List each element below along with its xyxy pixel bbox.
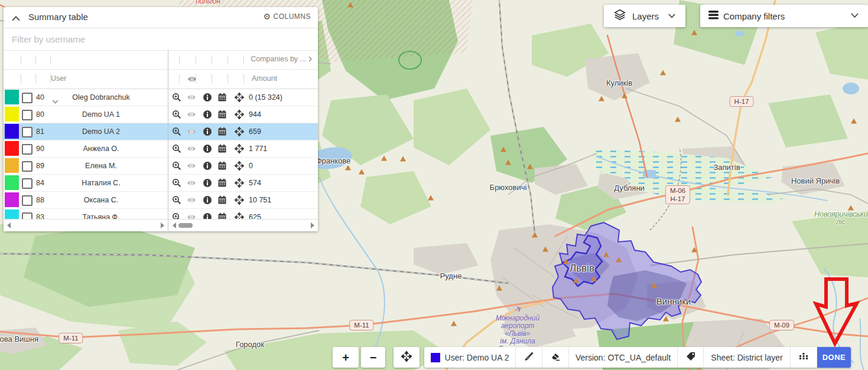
table-row[interactable]: 80 Demo UA 1 944 — [4, 106, 318, 123]
map-place-label: Запитів — [713, 163, 740, 172]
table-row[interactable]: 88 Оксана С. 10 751 — [4, 192, 318, 209]
map-triangle-marker — [505, 160, 511, 165]
eraser-tool-button[interactable] — [542, 347, 568, 368]
road-badge: М-09 — [769, 320, 794, 330]
filter-by-username-input[interactable] — [11, 34, 311, 45]
row-checkbox[interactable] — [22, 178, 32, 189]
move-to-icon[interactable] — [235, 110, 244, 119]
map-place-label: Винники — [656, 296, 691, 306]
move-to-icon[interactable] — [235, 127, 244, 136]
version-label: Version: OTC_UA_default — [576, 353, 671, 362]
eye-icon[interactable] — [187, 110, 196, 119]
row-amount: 574 — [249, 179, 261, 187]
version-selector[interactable]: Version: OTC_UA_default — [568, 347, 677, 368]
row-checkbox[interactable] — [22, 127, 32, 137]
calendar-icon[interactable] — [217, 195, 227, 205]
row-username: Oleg Dobranchuk — [57, 93, 145, 101]
right-scrollbar-thumb[interactable] — [178, 223, 193, 228]
road-badge: М-11 — [58, 333, 83, 343]
row-checkbox[interactable] — [22, 93, 32, 103]
row-id: 88 — [36, 196, 44, 204]
calendar-icon[interactable] — [217, 127, 227, 136]
company-filters-panel[interactable]: Company filters — [700, 5, 868, 27]
row-checkbox[interactable] — [22, 144, 32, 155]
left-scroll-arrow-right-icon[interactable] — [161, 222, 164, 228]
dot-columns-icon — [799, 352, 808, 362]
eye-icon[interactable] — [187, 93, 196, 102]
zoom-in-icon[interactable] — [172, 144, 181, 153]
companies-by-column-header[interactable]: Companies by ... — [251, 55, 312, 63]
chevron-down-icon — [851, 13, 859, 18]
zoom-in-icon[interactable] — [172, 127, 181, 136]
map-triangle-marker — [591, 276, 597, 281]
zoom-out-button[interactable]: − — [361, 347, 385, 368]
eraser-icon — [550, 351, 561, 364]
pan-move-button[interactable] — [394, 347, 420, 368]
zoom-in-icon[interactable] — [172, 93, 181, 102]
collapse-chevron-up-icon[interactable] — [12, 13, 20, 24]
stats-grid-button[interactable] — [790, 347, 817, 368]
move-to-icon[interactable] — [235, 178, 244, 188]
road-badge: М-06Н-17 — [665, 185, 690, 204]
row-checkbox[interactable] — [22, 161, 32, 172]
brush-tool-button[interactable] — [515, 347, 542, 368]
left-scroll-arrow-left-icon[interactable] — [7, 222, 11, 228]
layers-button[interactable]: Layers — [604, 5, 685, 27]
info-icon[interactable] — [203, 195, 212, 205]
zoom-in-icon[interactable] — [172, 161, 181, 171]
columns-button[interactable]: ⚙ COLUMNS — [263, 12, 311, 21]
sheet-selector[interactable]: Sheet: District layer — [703, 347, 790, 368]
info-icon[interactable] — [203, 127, 212, 136]
table-row[interactable]: 89 Елена М. 0 — [4, 158, 318, 175]
table-row[interactable]: 81 Demo UA 2 659 — [4, 123, 318, 140]
zoom-in-icon[interactable] — [172, 178, 181, 188]
calendar-icon[interactable] — [217, 93, 227, 102]
map-triangle-marker — [381, 156, 387, 161]
brush-icon — [524, 351, 534, 364]
move-to-icon[interactable] — [235, 93, 244, 102]
eye-icon[interactable] — [187, 178, 196, 188]
move-to-icon[interactable] — [235, 161, 244, 171]
info-icon[interactable] — [203, 161, 212, 171]
row-checkbox[interactable] — [22, 195, 32, 206]
done-button[interactable]: DONE — [817, 347, 851, 368]
eye-icon[interactable] — [187, 195, 196, 205]
zoom-in-button[interactable]: + — [333, 347, 359, 368]
eye-icon[interactable] — [187, 144, 196, 153]
info-icon[interactable] — [203, 178, 212, 188]
map-triangle-marker — [451, 321, 457, 326]
right-scroll-arrow-left-icon[interactable] — [173, 222, 176, 228]
right-scroll-arrow-right-icon[interactable] — [311, 222, 314, 228]
map-triangle-marker — [622, 93, 628, 99]
calendar-icon[interactable] — [217, 161, 227, 171]
zoom-out-label: − — [370, 352, 377, 364]
table-row[interactable]: 84 Наталия С. 574 — [4, 175, 318, 192]
map-place-label: Куликів — [606, 78, 632, 87]
done-button-label: DONE — [823, 353, 846, 362]
active-user-section[interactable]: User: Demo UA 2 — [424, 347, 515, 368]
zoom-in-icon[interactable] — [172, 110, 181, 119]
move-to-icon[interactable] — [235, 195, 244, 205]
table-row[interactable]: 90 Анжела О. 1 771 — [4, 140, 318, 158]
map-triangle-marker — [675, 117, 681, 122]
calendar-icon[interactable] — [217, 144, 227, 153]
calendar-icon[interactable] — [217, 178, 227, 188]
info-icon[interactable] — [203, 93, 212, 102]
companies-by-label: Companies by ... — [251, 55, 306, 63]
zoom-in-icon[interactable] — [172, 195, 181, 205]
eye-icon[interactable] — [187, 161, 196, 171]
map-triangle-marker — [527, 164, 533, 169]
filter-row — [4, 28, 318, 51]
table-row[interactable]: 40 Oleg Dobranchuk 0 (15 324) — [4, 89, 318, 106]
eye-icon[interactable] — [187, 127, 196, 136]
map-place-label: Городок — [236, 340, 264, 349]
table-scrollbars — [4, 219, 318, 231]
info-icon[interactable] — [203, 110, 212, 119]
map-place-label: Франкове — [316, 156, 351, 165]
move-to-icon[interactable] — [235, 144, 244, 153]
tags-button[interactable] — [677, 347, 703, 368]
row-checkbox[interactable] — [22, 110, 32, 120]
row-color-swatch — [5, 192, 19, 207]
info-icon[interactable] — [203, 144, 212, 153]
calendar-icon[interactable] — [217, 110, 227, 119]
